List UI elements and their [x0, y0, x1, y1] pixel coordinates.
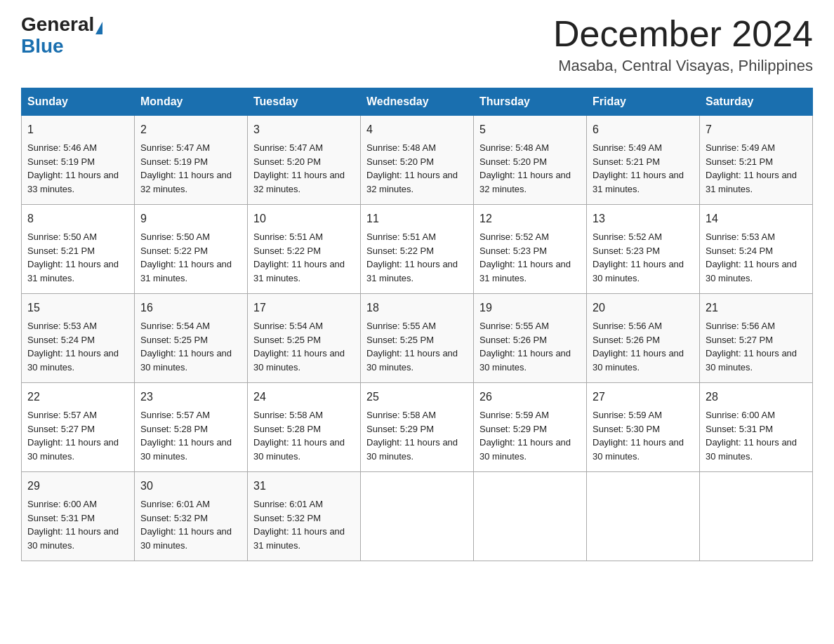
calendar-cell: 11Sunrise: 5:51 AMSunset: 5:22 PMDayligh… [361, 205, 474, 294]
calendar-cell: 19Sunrise: 5:55 AMSunset: 5:26 PMDayligh… [474, 294, 587, 383]
calendar-cell: 3Sunrise: 5:47 AMSunset: 5:20 PMDaylight… [248, 116, 361, 205]
calendar-cell: 16Sunrise: 5:54 AMSunset: 5:25 PMDayligh… [135, 294, 248, 383]
day-info: Sunrise: 5:57 AMSunset: 5:28 PMDaylight:… [140, 408, 241, 463]
day-number: 2 [140, 121, 241, 138]
day-number: 6 [593, 121, 694, 138]
calendar-cell: 25Sunrise: 5:58 AMSunset: 5:29 PMDayligh… [361, 383, 474, 472]
calendar-cell: 14Sunrise: 5:53 AMSunset: 5:24 PMDayligh… [700, 205, 813, 294]
calendar-cell: 17Sunrise: 5:54 AMSunset: 5:25 PMDayligh… [248, 294, 361, 383]
day-info: Sunrise: 5:54 AMSunset: 5:25 PMDaylight:… [140, 319, 241, 374]
calendar-cell: 4Sunrise: 5:48 AMSunset: 5:20 PMDaylight… [361, 116, 474, 205]
calendar-cell: 31Sunrise: 6:01 AMSunset: 5:32 PMDayligh… [248, 472, 361, 561]
calendar-header-row: SundayMondayTuesdayWednesdayThursdayFrid… [22, 88, 813, 116]
day-info: Sunrise: 5:55 AMSunset: 5:26 PMDaylight:… [479, 319, 581, 374]
calendar-cell: 8Sunrise: 5:50 AMSunset: 5:21 PMDaylight… [22, 205, 135, 294]
day-number: 26 [479, 389, 581, 405]
calendar-cell: 9Sunrise: 5:50 AMSunset: 5:22 PMDaylight… [135, 205, 248, 294]
day-info: Sunrise: 5:59 AMSunset: 5:30 PMDaylight:… [593, 408, 694, 463]
calendar-cell: 20Sunrise: 5:56 AMSunset: 5:26 PMDayligh… [587, 294, 700, 383]
week-row-2: 8Sunrise: 5:50 AMSunset: 5:21 PMDaylight… [22, 205, 813, 294]
day-number: 27 [593, 389, 694, 405]
header-friday: Friday [587, 88, 700, 116]
day-info: Sunrise: 5:49 AMSunset: 5:21 PMDaylight:… [593, 141, 694, 196]
day-number: 24 [253, 389, 355, 405]
day-info: Sunrise: 5:53 AMSunset: 5:24 PMDaylight:… [27, 319, 128, 374]
day-number: 11 [366, 210, 468, 227]
week-row-1: 1Sunrise: 5:46 AMSunset: 5:19 PMDaylight… [22, 116, 813, 205]
week-row-4: 22Sunrise: 5:57 AMSunset: 5:27 PMDayligh… [22, 383, 813, 472]
day-info: Sunrise: 5:47 AMSunset: 5:19 PMDaylight:… [140, 141, 241, 196]
day-info: Sunrise: 5:52 AMSunset: 5:23 PMDaylight:… [593, 230, 694, 285]
day-info: Sunrise: 5:57 AMSunset: 5:27 PMDaylight:… [27, 408, 128, 463]
day-info: Sunrise: 5:52 AMSunset: 5:23 PMDaylight:… [479, 230, 581, 285]
day-number: 7 [706, 121, 807, 138]
day-number: 18 [366, 300, 468, 316]
day-number: 28 [706, 389, 807, 405]
day-info: Sunrise: 5:51 AMSunset: 5:22 PMDaylight:… [253, 230, 355, 285]
calendar-cell: 23Sunrise: 5:57 AMSunset: 5:28 PMDayligh… [135, 383, 248, 472]
day-number: 19 [479, 300, 581, 316]
calendar-cell: 22Sunrise: 5:57 AMSunset: 5:27 PMDayligh… [22, 383, 135, 472]
day-info: Sunrise: 5:50 AMSunset: 5:22 PMDaylight:… [140, 230, 241, 285]
day-info: Sunrise: 6:01 AMSunset: 5:32 PMDaylight:… [253, 497, 355, 552]
day-info: Sunrise: 5:58 AMSunset: 5:28 PMDaylight:… [253, 408, 355, 463]
day-number: 12 [479, 210, 581, 227]
page-header: General Blue December 2024 Masaba, Centr… [21, 14, 813, 75]
header-saturday: Saturday [700, 88, 813, 116]
header-sunday: Sunday [22, 88, 135, 116]
day-number: 30 [140, 478, 241, 495]
calendar-cell: 12Sunrise: 5:52 AMSunset: 5:23 PMDayligh… [474, 205, 587, 294]
day-number: 4 [366, 121, 468, 138]
calendar-cell: 30Sunrise: 6:01 AMSunset: 5:32 PMDayligh… [135, 472, 248, 561]
month-title: December 2024 [553, 14, 813, 54]
calendar-table: SundayMondayTuesdayWednesdayThursdayFrid… [21, 88, 813, 561]
day-info: Sunrise: 5:53 AMSunset: 5:24 PMDaylight:… [706, 230, 807, 285]
day-number: 17 [253, 300, 355, 316]
day-number: 31 [253, 478, 355, 495]
day-info: Sunrise: 5:56 AMSunset: 5:26 PMDaylight:… [593, 319, 694, 374]
day-info: Sunrise: 5:58 AMSunset: 5:29 PMDaylight:… [366, 408, 468, 463]
calendar-cell: 27Sunrise: 5:59 AMSunset: 5:30 PMDayligh… [587, 383, 700, 472]
day-info: Sunrise: 5:51 AMSunset: 5:22 PMDaylight:… [366, 230, 468, 285]
day-number: 10 [253, 210, 355, 227]
calendar-cell: 21Sunrise: 5:56 AMSunset: 5:27 PMDayligh… [700, 294, 813, 383]
day-info: Sunrise: 6:00 AMSunset: 5:31 PMDaylight:… [706, 408, 807, 463]
day-number: 13 [593, 210, 694, 227]
calendar-cell [474, 472, 587, 561]
day-info: Sunrise: 5:59 AMSunset: 5:29 PMDaylight:… [479, 408, 581, 463]
location-title: Masaba, Central Visayas, Philippines [553, 57, 813, 75]
day-number: 25 [366, 389, 468, 405]
calendar-cell: 28Sunrise: 6:00 AMSunset: 5:31 PMDayligh… [700, 383, 813, 472]
day-number: 23 [140, 389, 241, 405]
day-info: Sunrise: 5:46 AMSunset: 5:19 PMDaylight:… [27, 141, 128, 196]
day-number: 22 [27, 389, 128, 405]
day-info: Sunrise: 5:55 AMSunset: 5:25 PMDaylight:… [366, 319, 468, 374]
day-number: 16 [140, 300, 241, 316]
calendar-cell: 6Sunrise: 5:49 AMSunset: 5:21 PMDaylight… [587, 116, 700, 205]
day-number: 9 [140, 210, 241, 227]
day-info: Sunrise: 5:56 AMSunset: 5:27 PMDaylight:… [706, 319, 807, 374]
header-wednesday: Wednesday [361, 88, 474, 116]
calendar-cell: 2Sunrise: 5:47 AMSunset: 5:19 PMDaylight… [135, 116, 248, 205]
logo-top-line: General [21, 14, 102, 36]
calendar-cell: 10Sunrise: 5:51 AMSunset: 5:22 PMDayligh… [248, 205, 361, 294]
calendar-cell: 13Sunrise: 5:52 AMSunset: 5:23 PMDayligh… [587, 205, 700, 294]
calendar-cell: 1Sunrise: 5:46 AMSunset: 5:19 PMDaylight… [22, 116, 135, 205]
header-thursday: Thursday [474, 88, 587, 116]
day-info: Sunrise: 5:48 AMSunset: 5:20 PMDaylight:… [479, 141, 581, 196]
calendar-cell: 26Sunrise: 5:59 AMSunset: 5:29 PMDayligh… [474, 383, 587, 472]
logo: General Blue [21, 14, 102, 58]
day-number: 8 [27, 210, 128, 227]
day-number: 15 [27, 300, 128, 316]
day-number: 5 [479, 121, 581, 138]
day-number: 20 [593, 300, 694, 316]
day-number: 3 [253, 121, 355, 138]
calendar-cell: 24Sunrise: 5:58 AMSunset: 5:28 PMDayligh… [248, 383, 361, 472]
header-tuesday: Tuesday [248, 88, 361, 116]
day-info: Sunrise: 5:48 AMSunset: 5:20 PMDaylight:… [366, 141, 468, 196]
logo-general-text: General [21, 13, 94, 35]
day-info: Sunrise: 5:54 AMSunset: 5:25 PMDaylight:… [253, 319, 355, 374]
day-info: Sunrise: 5:49 AMSunset: 5:21 PMDaylight:… [706, 141, 807, 196]
calendar-cell [587, 472, 700, 561]
title-block: December 2024 Masaba, Central Visayas, P… [553, 14, 813, 75]
